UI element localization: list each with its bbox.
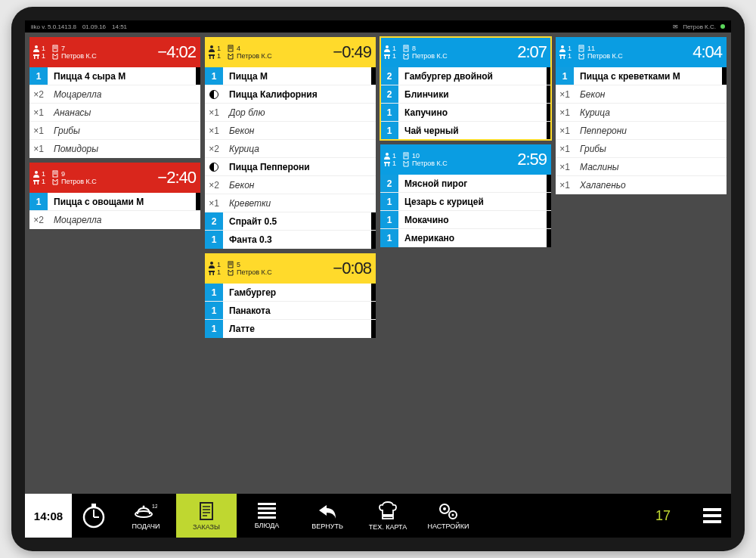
order-meta: 4 Петров К.С xyxy=(227,45,333,60)
toolbar-undo-button[interactable]: ВЕРНУТЬ xyxy=(297,494,358,538)
order-card[interactable]: 1 1 4 Петров К.С −0:491Пицца МПицца Кали… xyxy=(205,37,376,249)
order-meta: 10 Петров К.С xyxy=(402,152,517,167)
order-item[interactable]: 1Капучино xyxy=(380,104,551,122)
stopwatch-icon[interactable] xyxy=(72,494,116,538)
person-icon xyxy=(33,170,40,178)
table-icon xyxy=(559,52,566,60)
item-name: Моцарелла xyxy=(48,89,200,100)
menu-button[interactable] xyxy=(693,494,731,538)
svg-point-67 xyxy=(443,507,446,510)
item-name: Чай черный xyxy=(398,126,547,136)
order-item[interactable]: 1Пицца с креветками М xyxy=(556,67,727,85)
order-item[interactable]: ×2Моцарелла xyxy=(29,211,200,229)
order-header[interactable]: 1 1 11 Петров К.С 4:04 xyxy=(556,37,727,67)
svg-rect-30 xyxy=(385,56,386,59)
order-item[interactable]: 1Пицца М xyxy=(205,67,376,85)
order-item[interactable]: 1Американо xyxy=(380,229,551,247)
order-item[interactable]: ×1Дор блю xyxy=(205,104,376,122)
order-item[interactable]: 2Спрайт 0.5 xyxy=(205,212,376,231)
guest-table-block: 1 1 xyxy=(208,45,221,60)
order-item[interactable]: ×1Бекон xyxy=(205,122,376,140)
toolbar-chef-button[interactable]: ТЕХ. КАРТА xyxy=(358,494,418,538)
bottom-toolbar: 14:08 123ПОДАЧИЗАКАЗЫБЛЮДАВЕРНУТЬТЕХ. КА… xyxy=(25,494,731,538)
order-item[interactable]: 1Чай черный xyxy=(380,122,551,140)
order-card[interactable]: 1 1 8 Петров К.С 2:072Гамбургер двойной2… xyxy=(380,37,551,140)
item-qty: 1 xyxy=(380,122,398,140)
order-item[interactable]: ×1Креветки xyxy=(205,194,376,212)
order-item[interactable]: ×1Маслины xyxy=(556,158,727,176)
order-header[interactable]: 1 1 9 Петров К.С −2:40 xyxy=(29,163,200,193)
order-item[interactable]: 1Фанта 0.3 xyxy=(205,231,376,249)
order-item[interactable]: ×1Грибы xyxy=(556,140,727,158)
item-name: Пепперони xyxy=(574,126,727,136)
waiter-name: Петров К.С xyxy=(237,52,272,60)
item-qty: 1 xyxy=(29,67,48,85)
order-header[interactable]: 1 1 5 Петров К.С −0:08 xyxy=(205,253,376,284)
table-number: 1 xyxy=(217,268,221,276)
receipt-icon xyxy=(578,45,585,52)
svg-point-21 xyxy=(210,262,213,265)
svg-rect-71 xyxy=(703,514,721,517)
order-item[interactable]: 1Латте xyxy=(205,320,376,338)
item-name: Бекон xyxy=(574,89,727,100)
order-item[interactable]: Пицца Калифорния xyxy=(205,85,376,104)
order-item[interactable]: ×1Пепперони xyxy=(556,122,727,140)
order-item[interactable]: 1 Цезарь с курицей xyxy=(380,193,551,211)
toolbar-gears-button[interactable]: НАСТРОЙКИ xyxy=(418,494,479,538)
order-item[interactable]: ×2Курица xyxy=(205,140,376,158)
order-item[interactable]: 2Блинчики xyxy=(380,85,551,104)
svg-text:123: 123 xyxy=(152,504,157,509)
item-qty: ×2 xyxy=(29,211,48,229)
order-item[interactable]: ×2Бекон xyxy=(205,176,376,194)
order-item[interactable]: ×1Помидоры xyxy=(29,140,200,158)
svg-rect-72 xyxy=(703,520,721,523)
order-timer: −4:02 xyxy=(157,42,196,62)
item-qty: 1 xyxy=(205,302,223,319)
order-timer: −0:49 xyxy=(333,42,371,62)
item-qty: 1 xyxy=(205,284,223,301)
toolbar-orders-button[interactable]: ЗАКАЗЫ xyxy=(176,494,237,538)
order-item[interactable]: ×1Ананасы xyxy=(29,104,200,122)
order-item[interactable]: ×2Моцарелла xyxy=(29,85,200,104)
item-name: Блинчики xyxy=(398,89,547,100)
guest-table-block: 1 1 xyxy=(208,261,221,276)
order-timer: −2:40 xyxy=(157,168,196,188)
order-item[interactable]: ×1Халапеньо xyxy=(556,176,727,194)
order-header[interactable]: 1 1 4 Петров К.С −0:49 xyxy=(205,37,376,67)
mail-icon[interactable]: ✉ xyxy=(673,23,678,30)
item-name: Спрайт 0.5 xyxy=(223,216,371,227)
order-card[interactable]: 1 1 9 Петров К.С −2:401Пицца с овощами М… xyxy=(29,163,200,229)
order-header[interactable]: 1 1 7 Петров К.С −4:02 xyxy=(29,37,200,67)
item-qty: ×1 xyxy=(205,122,223,139)
order-item[interactable]: 1Панакота xyxy=(205,302,376,320)
order-item[interactable]: 1Пицца с овощами М xyxy=(29,193,200,211)
svg-rect-22 xyxy=(209,271,215,272)
toolbar-list-button[interactable]: БЛЮДА xyxy=(237,494,297,538)
order-item[interactable]: 2Мясной пирог xyxy=(380,175,551,193)
item-tick xyxy=(547,85,551,103)
item-tick xyxy=(547,193,551,210)
order-card[interactable]: 1 1 10 Петров К.С 2:592Мясной пирог1 Цез… xyxy=(380,144,551,247)
order-item[interactable]: ×1Курица xyxy=(556,104,727,122)
order-header[interactable]: 1 1 8 Петров К.С 2:07 xyxy=(380,37,551,67)
guest-table-block: 1 1 xyxy=(559,45,572,60)
svg-rect-45 xyxy=(564,56,565,59)
order-item[interactable]: 1Гамбургер xyxy=(205,284,376,302)
item-name: Пицца М xyxy=(223,71,371,82)
person-icon xyxy=(208,45,215,52)
guest-count: 1 xyxy=(217,45,221,52)
order-item[interactable]: ×1Бекон xyxy=(556,85,727,104)
order-card[interactable]: 1 1 11 Петров К.С 4:041Пицца с креветкам… xyxy=(556,37,727,194)
order-item[interactable]: 1Мокачино xyxy=(380,211,551,229)
order-header[interactable]: 1 1 10 Петров К.С 2:59 xyxy=(380,144,551,175)
toolbar-serve-button[interactable]: 123ПОДАЧИ xyxy=(116,494,176,538)
item-name: Мокачино xyxy=(398,215,547,225)
item-qty: ×2 xyxy=(205,140,223,157)
order-card[interactable]: 1 1 7 Петров К.С −4:021Пицца 4 сыра М×2М… xyxy=(29,37,200,158)
order-card[interactable]: 1 1 5 Петров К.С −0:081Гамбургер1Панакот… xyxy=(205,253,376,338)
order-item[interactable]: ×1Грибы xyxy=(29,122,200,140)
order-item[interactable]: 2Гамбургер двойной xyxy=(380,67,551,85)
person-icon xyxy=(383,45,391,52)
order-item[interactable]: Пицца Пепперони xyxy=(205,158,376,176)
order-item[interactable]: 1Пицца 4 сыра М xyxy=(29,67,200,85)
